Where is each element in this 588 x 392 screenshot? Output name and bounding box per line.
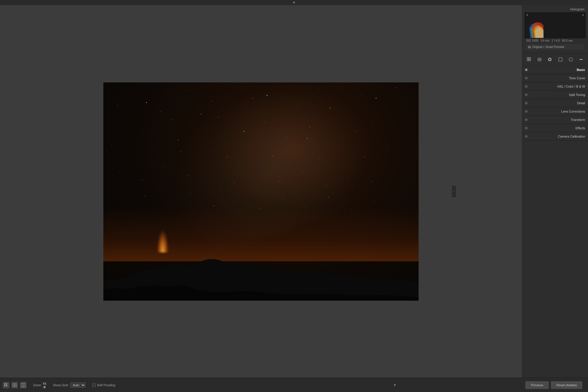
histogram-bars	[525, 17, 585, 38]
panel-effects[interactable]: Effects	[522, 124, 588, 132]
svg-point-12	[379, 107, 379, 107]
grid-tool-icon[interactable]	[525, 56, 533, 63]
split-toning-label: Split Toning	[530, 93, 585, 96]
svg-point-11	[361, 94, 362, 95]
detail-label: Detail	[530, 101, 585, 105]
soft-proofing-label: Soft Proofing	[97, 383, 115, 387]
tools-row	[522, 53, 588, 66]
photo-info: ISO 1600 14 mm ƒ / 4,0 60,0 sec	[525, 38, 586, 43]
svg-rect-84	[529, 59, 531, 61]
right-panel: Histogram ▲ ▲ ISO 1600	[522, 5, 588, 378]
soft-proofing-section: Soft Proofing	[92, 383, 115, 387]
panel-transform[interactable]: Transform	[522, 116, 588, 124]
svg-point-25	[373, 121, 373, 121]
zoom-slider-thumb[interactable]	[43, 386, 46, 388]
svg-point-94	[581, 59, 582, 60]
zoom-section: Zoom Fit	[33, 382, 46, 388]
compare-view-btn[interactable]	[11, 382, 18, 388]
grid-label: Show Grid:	[53, 383, 68, 387]
svg-point-2	[160, 111, 161, 111]
histogram-left-arrow[interactable]: ▲	[526, 13, 529, 16]
svg-point-16	[172, 119, 172, 120]
crop-tool-icon[interactable]	[536, 56, 543, 63]
detail-toggle	[525, 102, 527, 104]
svg-point-50	[372, 181, 372, 182]
top-bar-arrow: ▼	[292, 1, 296, 5]
panel-detail[interactable]: Detail	[522, 99, 588, 107]
panel-tone-curve[interactable]: Tone Curve	[522, 74, 588, 82]
panel-split-toning[interactable]: Split Toning	[522, 91, 588, 99]
aperture-value: ƒ / 4,0	[552, 39, 560, 42]
smart-preview-label: Original + Smart Preview	[532, 45, 564, 49]
grid-section: Show Grid: Auto	[53, 383, 85, 388]
tone-curve-toggle	[525, 77, 527, 79]
redeye-tool-icon[interactable]	[557, 56, 564, 63]
svg-point-51	[394, 171, 395, 171]
histogram-bar-group	[528, 21, 551, 38]
previous-button[interactable]: Previous	[525, 381, 549, 389]
split-toning-toggle	[525, 94, 527, 96]
bottom-center-arrow: ▼	[393, 383, 396, 387]
histogram-title: Histogram	[525, 7, 586, 11]
camera-calibration-toggle	[525, 135, 527, 138]
svg-point-56	[376, 98, 376, 98]
svg-point-14	[126, 125, 126, 125]
svg-point-1	[138, 95, 138, 95]
svg-rect-91	[559, 58, 562, 61]
bottom-right-buttons: Previous Reset (Adobe)	[525, 381, 585, 389]
landscape-silhouette	[103, 252, 419, 300]
reset-button[interactable]: Reset (Adobe)	[551, 381, 582, 389]
filmstrip-view-btn[interactable]	[3, 382, 9, 388]
photo-area: ‹	[0, 5, 522, 378]
svg-point-60	[110, 191, 111, 192]
zoom-slider[interactable]: Fit	[43, 382, 46, 388]
svg-rect-83	[527, 59, 529, 61]
svg-rect-82	[529, 57, 531, 59]
spot-tool-icon[interactable]	[546, 56, 554, 63]
top-bar: ▼	[0, 0, 588, 5]
tone-curve-label: Tone Curve	[530, 76, 585, 80]
svg-point-37	[364, 157, 365, 157]
smart-preview-icon	[528, 46, 531, 48]
panel-hsl-color[interactable]: HSL / Color / B & W	[522, 82, 588, 91]
svg-rect-96	[6, 383, 7, 385]
svg-point-3	[189, 91, 189, 91]
zoom-fit-value[interactable]: Fit	[43, 382, 46, 385]
smart-preview-bar: Original + Smart Preview	[526, 44, 584, 50]
camera-calibration-label: Camera Calibration	[530, 135, 585, 138]
effects-label: Effects	[530, 126, 585, 130]
histogram-arrows: ▲ ▲	[525, 13, 585, 17]
bottom-left-tools: Zoom Fit Show Grid: Auto Soft Proofing	[3, 382, 264, 388]
hsl-color-label: HSL / Color / B & W	[530, 85, 585, 88]
svg-rect-98	[6, 385, 7, 386]
histogram-right-arrow[interactable]: ▲	[582, 13, 584, 16]
svg-point-92	[569, 58, 572, 61]
zoom-label: Zoom	[33, 383, 41, 387]
panel-camera-calibration[interactable]: Camera Calibration	[522, 132, 588, 141]
effects-toggle	[525, 127, 527, 129]
grid-select[interactable]: Auto	[70, 383, 86, 388]
lens-corrections-toggle	[525, 110, 527, 113]
adjustment-tool-icon[interactable]	[577, 56, 585, 63]
basic-label: Basic	[530, 68, 585, 72]
basic-toggle	[525, 69, 527, 71]
transform-toggle	[525, 119, 527, 121]
svg-point-52	[146, 102, 147, 103]
light-source-effect	[157, 229, 169, 252]
transform-label: Transform	[530, 118, 585, 121]
panel-lens-corrections[interactable]: Lens Corrections	[522, 107, 588, 116]
svg-point-61	[125, 203, 125, 203]
soft-proofing-checkbox[interactable]	[92, 383, 96, 387]
survey-view-btn[interactable]	[20, 382, 26, 388]
svg-point-27	[135, 154, 135, 154]
panel-collapse-arrow[interactable]: ‹	[452, 186, 456, 197]
svg-point-13	[396, 87, 396, 88]
photo-container	[103, 82, 419, 301]
svg-point-26	[112, 145, 112, 146]
radfilter-tool-icon[interactable]	[567, 56, 575, 63]
svg-point-38	[388, 147, 388, 147]
svg-point-86	[539, 59, 540, 60]
main-content: ‹ Histogram ▲ ▲	[0, 5, 588, 378]
panel-basic[interactable]: Basic	[522, 66, 588, 74]
night-sky-image	[103, 82, 419, 301]
